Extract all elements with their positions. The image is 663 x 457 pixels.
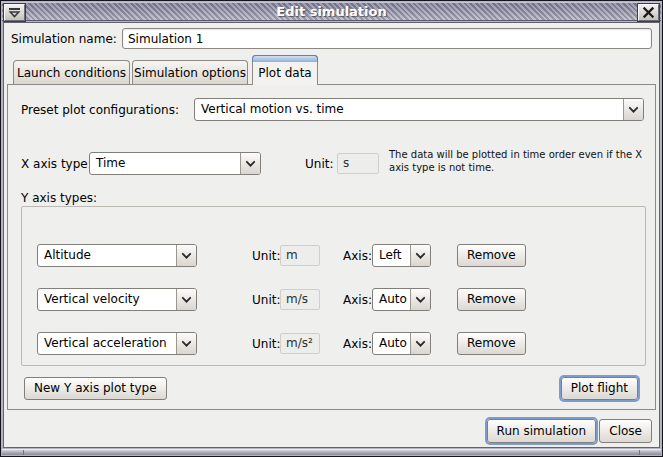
unit-label: Unit: (252, 249, 280, 263)
chevron-down-icon (410, 245, 430, 266)
axis-side-value: Auto (373, 333, 410, 354)
axis-label: Axis: (343, 249, 372, 263)
resize-grip-right (639, 450, 640, 455)
run-simulation-button[interactable]: Run simulation (487, 419, 596, 443)
window-title: Edit simulation (2, 4, 661, 19)
y-axis-type-value: Altitude (38, 245, 176, 266)
close-button[interactable]: Close (599, 419, 652, 443)
edit-simulation-dialog: Edit simulation Simulation name: Launch … (0, 0, 663, 457)
preset-configurations-label: Preset plot configurations: (21, 103, 179, 117)
y-axis-type-combobox[interactable]: Vertical acceleration (37, 332, 197, 355)
y-axis-types-group: Altitude Unit: m Axis: Left Remove (21, 206, 646, 366)
remove-button[interactable]: Remove (457, 244, 526, 267)
remove-button[interactable]: Remove (457, 288, 526, 311)
resize-grip-left (23, 450, 24, 455)
chevron-down-icon (176, 289, 196, 310)
chevron-down-icon (623, 99, 643, 120)
y-axis-type-combobox[interactable]: Vertical velocity (37, 288, 197, 311)
axis-label: Axis: (343, 337, 372, 351)
unit-field: m (280, 245, 320, 266)
tab-label: Launch conditions (17, 66, 126, 80)
new-y-axis-plot-type-button[interactable]: New Y axis plot type (24, 377, 167, 400)
window-menu-icon (8, 7, 21, 18)
tab-label: Simulation options (134, 66, 246, 80)
close-icon (642, 6, 655, 19)
preset-configurations-value: Vertical motion vs. time (195, 99, 623, 120)
unit-field: m/s (280, 289, 320, 310)
close-window-button[interactable] (638, 4, 659, 21)
tab-plot-data[interactable]: Plot data (252, 55, 318, 85)
preset-configurations-combobox[interactable]: Vertical motion vs. time (194, 98, 644, 121)
tab-launch-conditions[interactable]: Launch conditions (13, 60, 130, 85)
x-unit-field: s (337, 153, 379, 174)
chevron-down-icon (176, 245, 196, 266)
axis-side-combobox[interactable]: Auto (372, 332, 431, 355)
window-resize-bar[interactable] (2, 449, 661, 455)
axis-label: Axis: (343, 293, 372, 307)
unit-label: Unit: (252, 337, 280, 351)
axis-side-combobox[interactable]: Left (372, 244, 431, 267)
tab-simulation-options[interactable]: Simulation options (132, 60, 248, 85)
y-axis-type-combobox[interactable]: Altitude (37, 244, 197, 267)
axis-side-combobox[interactable]: Auto (372, 288, 431, 311)
window-menu-button[interactable] (4, 4, 25, 21)
dialog-content: Simulation name: Launch conditions Simul… (3, 22, 660, 448)
titlebar[interactable]: Edit simulation (2, 2, 661, 21)
remove-button[interactable]: Remove (457, 332, 526, 355)
chevron-down-icon (240, 153, 260, 174)
plot-flight-button[interactable]: Plot flight (561, 377, 638, 400)
unit-field: m/s² (280, 333, 320, 354)
unit-label: Unit: (252, 293, 280, 307)
axis-side-value: Auto (373, 289, 410, 310)
tab-label: Plot data (258, 66, 311, 80)
x-axis-type-value: Time (90, 153, 240, 174)
chevron-down-icon (410, 289, 430, 310)
simulation-name-label: Simulation name: (11, 32, 117, 46)
axis-side-value: Left (373, 245, 410, 266)
x-axis-type-combobox[interactable]: Time (89, 152, 261, 175)
plot-data-panel: Preset plot configurations: Vertical mot… (7, 84, 656, 410)
active-tab-accent (252, 55, 318, 62)
chevron-down-icon (176, 333, 196, 354)
y-axis-type-value: Vertical acceleration (38, 333, 176, 354)
y-axis-type-value: Vertical velocity (38, 289, 176, 310)
chevron-down-icon (410, 333, 430, 354)
simulation-name-input[interactable] (122, 28, 652, 49)
x-unit-label: Unit: (305, 157, 333, 171)
x-axis-type-label: X axis type: (21, 157, 92, 171)
time-order-note-line1: The data will be plotted in time order e… (389, 149, 642, 161)
y-axis-types-label: Y axis types: (21, 191, 97, 205)
time-order-note-line2: axis type is not time. (389, 162, 494, 174)
